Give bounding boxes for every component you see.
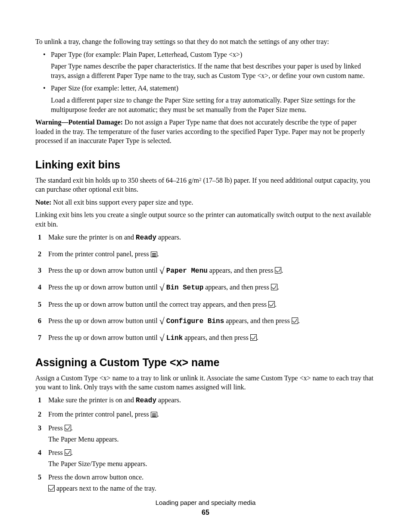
bin-setup-label: Bin Setup — [166, 284, 203, 292]
radical-icon: √ — [159, 335, 165, 341]
warning-label: Warning—Potential Damage: — [35, 118, 123, 126]
bullet-head: Paper Type (for example: Plain Paper, Le… — [51, 51, 242, 58]
page: To unlink a tray, change the following t… — [0, 0, 411, 532]
steps-custom-type: Make sure the printer is on and Ready ap… — [35, 395, 376, 493]
warning-paragraph: Warning—Potential Damage: Do not assign … — [35, 118, 376, 146]
check-icon — [65, 425, 71, 431]
sec1-p1: The standard exit bin holds up to 350 sh… — [35, 176, 376, 194]
step-1: Make sure the printer is on and Ready ap… — [48, 233, 376, 243]
txt: From the printer control panel, press — [48, 250, 151, 258]
txt: Press the up or down arrow button until — [48, 267, 159, 274]
sec1-note: Note: Not all exit bins support every pa… — [35, 198, 376, 207]
step-4: Press the up or down arrow button until … — [48, 283, 376, 293]
step-1: Make sure the printer is on and Ready ap… — [48, 395, 376, 406]
txt: Make sure the printer is on and — [48, 396, 136, 404]
ready-label: Ready — [136, 397, 156, 404]
txt: appears, and then press — [224, 317, 291, 324]
steps-linking: Make sure the printer is on and Ready ap… — [35, 233, 376, 343]
unlink-bullets: Paper Type (for example: Plain Paper, Le… — [35, 50, 376, 115]
footer-page-number: 65 — [0, 508, 411, 517]
txt: Press — [48, 424, 65, 432]
step-sub: appears next to the name of the tray. — [48, 484, 376, 493]
intro: To unlink a tray, change the following t… — [35, 37, 376, 47]
bullet-body: Load a different paper size to change th… — [51, 96, 376, 114]
check-icon — [271, 284, 277, 290]
txt: appears, and then press — [208, 267, 275, 274]
bullet-paper-type: Paper Type (for example: Plain Paper, Le… — [51, 50, 376, 81]
step-5: Press the down arrow button once. appear… — [48, 473, 376, 493]
page-footer: Loading paper and specialty media 65 — [0, 498, 411, 517]
step-2: From the printer control panel, press . — [48, 249, 376, 259]
menu-icon — [151, 252, 157, 257]
step-2: From the printer control panel, press . — [48, 410, 376, 419]
radical-icon: √ — [159, 268, 165, 274]
txt: Press — [48, 449, 65, 456]
txt: Press the down arrow button once. — [48, 473, 143, 481]
ready-label: Ready — [136, 234, 156, 242]
step-sub: The Paper Size/Type menu appears. — [48, 459, 376, 469]
txt: appears, and then press — [183, 334, 250, 341]
radical-icon: √ — [159, 285, 165, 290]
txt: From the printer control panel, press — [48, 411, 151, 418]
bullet-body: Paper Type names describe the paper char… — [51, 62, 376, 80]
note-body: Not all exit bins support every paper si… — [51, 199, 193, 206]
txt: appears, and then press — [203, 283, 271, 291]
step-4: Press . The Paper Size/Type menu appears… — [48, 448, 376, 468]
section-linking-exit-bins: Linking exit bins — [35, 158, 376, 172]
check-icon — [65, 449, 71, 456]
link-label: Link — [166, 334, 183, 342]
section-assigning-custom-type: Assigning a Custom Type <x> name — [35, 355, 376, 370]
step-sub: The Paper Menu appears. — [48, 435, 376, 444]
txt: Press the up or down arrow button until — [48, 317, 159, 324]
step-5: Press the up or down arrow button until … — [48, 300, 376, 309]
step-6: Press the up or down arrow button until … — [48, 316, 376, 327]
txt: appears. — [156, 233, 181, 241]
bullet-paper-size: Paper Size (for example: letter, A4, sta… — [51, 84, 376, 114]
txt: The standard exit bin holds up to 350 sh… — [35, 177, 199, 184]
radical-icon: √ — [159, 318, 165, 324]
txt: Make sure the printer is on and — [48, 233, 136, 241]
check-icon — [275, 267, 281, 274]
step-3: Press . The Paper Menu appears. — [48, 423, 376, 444]
step-3: Press the up or down arrow button until … — [48, 266, 376, 276]
menu-icon — [151, 412, 157, 417]
step-7: Press the up or down arrow button until … — [48, 333, 376, 343]
bullet-head: Paper Size (for example: letter, A4, sta… — [51, 84, 178, 92]
txt: appears next to the name of the tray. — [55, 485, 156, 492]
check-icon — [268, 301, 275, 308]
configure-bins-label: Configure Bins — [166, 317, 224, 325]
check-icon — [48, 485, 55, 492]
txt: Press the up or down arrow button until — [48, 334, 159, 341]
txt: Press the up or down arrow button until … — [48, 301, 268, 308]
check-icon — [292, 317, 298, 324]
paper-menu-label: Paper Menu — [166, 267, 208, 275]
footer-title: Loading paper and specialty media — [0, 498, 411, 507]
sec1-p2: Linking exit bins lets you create a sing… — [35, 210, 376, 229]
note-label: Note: — [35, 199, 51, 206]
txt: appears. — [156, 396, 181, 404]
txt: Press the up or down arrow button until — [48, 283, 159, 291]
sec2-p1: Assign a Custom Type <x> name to a tray … — [35, 373, 376, 392]
check-icon — [250, 334, 257, 341]
